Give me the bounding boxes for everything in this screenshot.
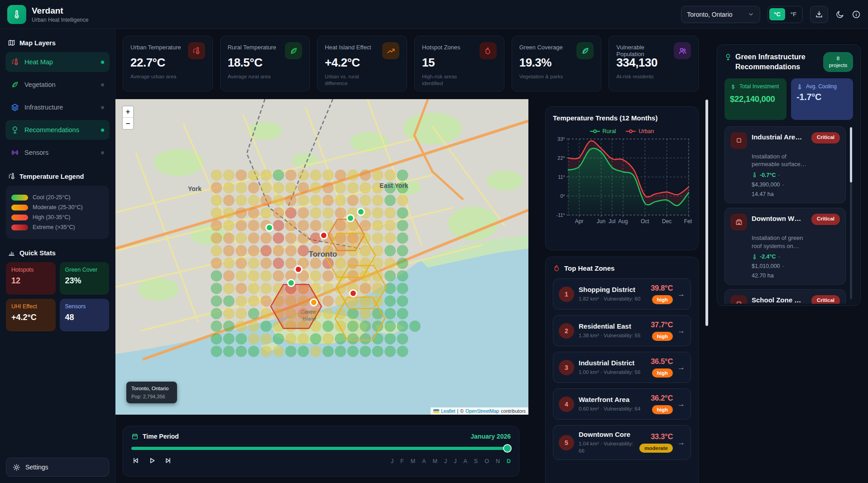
recommendation-title: Downtown W…	[752, 214, 807, 230]
unit-toggle: °C °F	[767, 6, 803, 23]
recommendation-scrollbar-thumb[interactable]	[850, 127, 852, 182]
month-tick[interactable]: M	[411, 458, 415, 464]
arrow-right-icon[interactable]: →	[677, 363, 685, 372]
heat-zone-item-industrial-district[interactable]: 3 Industrial District 1.00 km² · Vulnera…	[553, 352, 691, 383]
map-canvas[interactable]: YorkEast YorkTorontoCentreIsland	[115, 99, 528, 415]
month-tick[interactable]: J	[444, 458, 447, 464]
month-tick[interactable]: J	[454, 458, 456, 464]
month-tick[interactable]: F	[400, 458, 404, 464]
month-tick[interactable]: O	[484, 458, 489, 464]
sidebar-item-sensors[interactable]: Sensors	[5, 143, 110, 163]
calendar-icon	[131, 433, 139, 440]
heat-zone-item-shopping-district[interactable]: 1 Shopping District 1.82 km² · Vulnerabi…	[553, 278, 691, 310]
heat-zones-header: Top Heat Zones	[553, 264, 691, 272]
main-scrollbar-thumb[interactable]	[705, 100, 708, 326]
zone-temperature: 36.2°C	[651, 394, 673, 402]
flag-icon	[433, 409, 439, 413]
osm-link[interactable]: OpenStreetMap	[465, 408, 499, 414]
x-tick-label: Dec	[662, 218, 671, 225]
legend-row: Extreme (>35°C)	[11, 224, 104, 230]
month-tick[interactable]: S	[474, 458, 478, 464]
arrow-right-icon[interactable]: →	[677, 326, 685, 335]
recommendations-header: Green Infrastructure Recommendations 8 p…	[724, 52, 853, 72]
recommendation-card[interactable]: Industrial Are… Critical Installation of…	[724, 126, 846, 203]
thermometer-icon	[12, 10, 22, 19]
stat-card-sub: Average rural area	[228, 73, 282, 80]
zone-severity-badge: high	[652, 332, 673, 341]
time-slider-handle[interactable]	[503, 444, 512, 453]
total-investment-box: Total Investment $22,140,000	[724, 78, 786, 120]
month-tick[interactable]: A	[464, 458, 467, 464]
recommendation-summary: Total Investment $22,140,000 Avg. Coolin…	[724, 78, 853, 120]
thermometer-sun-icon	[8, 172, 15, 180]
month-tick[interactable]: A	[422, 458, 426, 464]
legend-swatch	[11, 225, 28, 230]
legend-label: Rural	[603, 128, 616, 134]
recommendation-card[interactable]: School Zone … Critical Development of wa…	[724, 289, 846, 304]
sidebar-item-heat-map[interactable]: Heat Map	[5, 52, 110, 72]
celsius-button[interactable]: °C	[769, 8, 785, 20]
stat-card-icon-box	[576, 42, 594, 59]
city-selector[interactable]: Toronto, Ontario	[681, 6, 760, 23]
heat-zone-item-residential-east[interactable]: 2 Residential East 1.38 km² · Vulnerabil…	[553, 315, 691, 346]
rec-area: 42.70 ha	[752, 273, 840, 279]
investment-value: $22,140,000	[730, 94, 781, 104]
stat-card-sub: Vegetation & parks	[519, 73, 574, 80]
dark-mode-button[interactable]	[835, 10, 844, 19]
play-button[interactable]	[148, 456, 156, 466]
sidebar-item-recommendations[interactable]: Recommendations	[5, 120, 110, 140]
attribution-suffix: contributors	[501, 408, 526, 414]
heat-map[interactable]: YorkEast YorkTorontoCentreIsland + − Tor…	[115, 99, 528, 415]
arrow-right-icon[interactable]: →	[677, 400, 685, 409]
legend-item-urban[interactable]: Urban	[626, 128, 654, 134]
map-place-label: East York	[379, 182, 408, 189]
leaf-icon	[11, 81, 19, 89]
severity-badge: Critical	[811, 214, 840, 225]
stat-card-sub: At-risk residents	[616, 73, 671, 80]
severity-badge: Critical	[811, 295, 840, 304]
heat-zone-item-waterfront-area[interactable]: 4 Waterfront Area 0.60 km² · Vulnerabili…	[553, 388, 691, 420]
bar-chart-icon	[8, 249, 15, 257]
month-tick[interactable]: J	[391, 458, 393, 464]
sidebar-item-infrastructure[interactable]: Infrastructure	[5, 97, 110, 117]
legend-item-rural[interactable]: Rural	[590, 128, 616, 134]
skip-forward-button[interactable]	[164, 456, 173, 466]
flame-icon	[553, 264, 561, 272]
recommendation-card[interactable]: Downtown W… Critical Installation of gre…	[724, 208, 846, 285]
skip-back-button[interactable]	[131, 456, 140, 466]
zone-meta: 1.00 km² · Vulnerability: 56	[579, 369, 646, 376]
sidebar-item-vegetation[interactable]: Vegetation	[5, 75, 110, 95]
zone-name: Residential East	[579, 322, 646, 330]
fahrenheit-button[interactable]: °F	[786, 8, 801, 20]
zone-severity-badge: high	[652, 295, 673, 304]
tooltip-city: Toronto, Ontario	[131, 386, 172, 391]
layer-label: Vegetation	[24, 81, 56, 88]
settings-button[interactable]: Settings	[6, 458, 109, 477]
zone-name: Waterfront Area	[579, 396, 646, 403]
leaflet-link[interactable]: Leaflet	[441, 408, 456, 414]
moon-icon	[835, 10, 844, 19]
arrow-right-icon[interactable]: →	[677, 438, 685, 447]
zone-rank: 4	[559, 397, 574, 412]
info-icon	[852, 10, 861, 19]
thermo-sun-icon	[192, 47, 201, 55]
layer-status-dot	[101, 61, 104, 64]
layer-label: Heat Map	[24, 58, 53, 66]
download-button[interactable]	[810, 6, 828, 23]
time-slider-track[interactable]	[131, 447, 511, 450]
zone-rank: 5	[559, 435, 574, 450]
zoom-out-button[interactable]: −	[123, 118, 133, 129]
zoom-in-button[interactable]: +	[123, 106, 133, 118]
month-tick[interactable]: N	[496, 458, 500, 464]
topbar: Verdant Urban Heat Intelligence Toronto,…	[0, 0, 868, 29]
month-tick[interactable]: D	[507, 458, 511, 464]
arrow-right-icon[interactable]: →	[677, 290, 685, 299]
recommendation-title: Industrial Are…	[752, 132, 807, 149]
month-tick[interactable]: M	[433, 458, 437, 464]
legend-marker	[626, 129, 636, 133]
info-button[interactable]	[852, 10, 861, 19]
legend-row: Cool (20-25°C)	[11, 194, 104, 201]
thermometer-icon	[752, 254, 758, 260]
month-ticks: JFMAMJJASOND	[391, 458, 511, 464]
heat-zone-item-downtown-core[interactable]: 5 Downtown Core 1.04 km² · Vulnerability…	[553, 425, 691, 460]
